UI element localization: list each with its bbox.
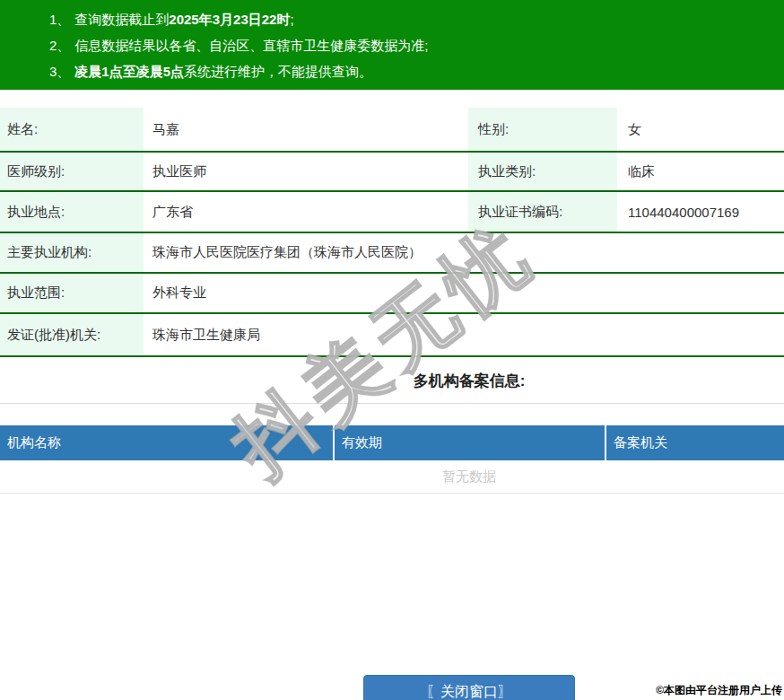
notice-text: ; <box>290 12 293 27</box>
table-row: 执业范围: 外科专业 <box>0 274 784 314</box>
column-header-institution-name: 机构名称 <box>0 425 333 460</box>
notice-line-2: 2、信息数据结果以各省、自治区、直辖市卫生健康委数据为准; <box>49 32 784 58</box>
field-label-practice-scope: 执业范围: <box>0 274 144 312</box>
field-value-main-institution: 珠海市人民医院医疗集团（珠海市人民医院） <box>152 233 784 272</box>
filing-section-row: 多机构备案信息: <box>0 357 784 404</box>
table-row: 执业地点: 广东省 执业证书编码: 110440400007169 <box>0 192 784 233</box>
notice-line-1: 1、查询数据截止到2025年3月23日22时; <box>49 6 784 32</box>
field-label-gender: 性别: <box>468 108 617 151</box>
field-label-certificate-number: 执业证书编码: <box>468 192 617 232</box>
filing-empty-row: 暂无数据 <box>0 460 784 494</box>
spacer <box>0 404 784 425</box>
field-value-practice-category: 临床 <box>628 153 784 190</box>
field-value-gender: 女 <box>628 108 784 151</box>
field-value-practice-scope: 外科专业 <box>152 274 784 312</box>
field-value-certificate-number: 110440400007169 <box>628 192 784 232</box>
field-label-doctor-level: 医师级别: <box>0 153 144 190</box>
notice-text: 信息数据结果以各省、自治区、直辖市卫生健康委数据为准; <box>74 38 428 53</box>
no-data-text: 暂无数据 <box>442 468 496 486</box>
filing-table-header: 机构名称 有效期 备案机关 <box>0 425 784 460</box>
field-label-name: 姓名: <box>0 108 144 151</box>
filing-section-title: 多机构备案信息: <box>414 370 526 390</box>
table-row: 发证(批准)机关: 珠海市卫生健康局 <box>0 314 784 357</box>
column-header-filing-authority: 备案机关 <box>606 425 784 460</box>
notice-banner: 1、查询数据截止到2025年3月23日22时; 2、信息数据结果以各省、自治区、… <box>0 0 784 90</box>
copyright-text: ©本图由平台注册用户上传 <box>656 683 782 698</box>
field-label-practice-category: 执业类别: <box>468 153 617 190</box>
table-row: 医师级别: 执业医师 执业类别: 临床 <box>0 153 784 192</box>
notice-number: 1、 <box>49 12 70 27</box>
field-label-practice-location: 执业地点: <box>0 192 144 232</box>
notice-number: 2、 <box>49 38 70 53</box>
close-window-button[interactable]: 〖关闭窗口〗 <box>363 675 575 700</box>
column-header-validity-period: 有效期 <box>335 425 605 460</box>
table-row: 姓名: 马嘉 性别: 女 <box>0 108 784 153</box>
field-label-main-institution: 主要执业机构: <box>0 233 144 272</box>
notice-line-3: 3、凌晨1点至凌晨5点系统进行维护，不能提供查询。 <box>49 58 784 84</box>
license-query-result-page: 1、查询数据截止到2025年3月23日22时; 2、信息数据结果以各省、自治区、… <box>0 0 784 700</box>
notice-text: 系统进行维护，不能提供查询。 <box>184 64 372 79</box>
table-row: 主要执业机构: 珠海市人民医院医疗集团（珠海市人民医院） <box>0 233 784 274</box>
notice-bold-text: 凌晨1点至凌晨5点 <box>74 64 184 79</box>
practitioner-info-table: 姓名: 马嘉 性别: 女 医师级别: 执业医师 执业类别: 临床 执业地点: 广… <box>0 108 784 494</box>
notice-text: 查询数据截止到 <box>74 12 169 27</box>
field-value-issuing-authority: 珠海市卫生健康局 <box>152 314 784 355</box>
field-label-issuing-authority: 发证(批准)机关: <box>0 314 144 355</box>
notice-bold-text: 2025年3月23日22时 <box>169 12 290 27</box>
notice-number: 3、 <box>49 64 70 79</box>
